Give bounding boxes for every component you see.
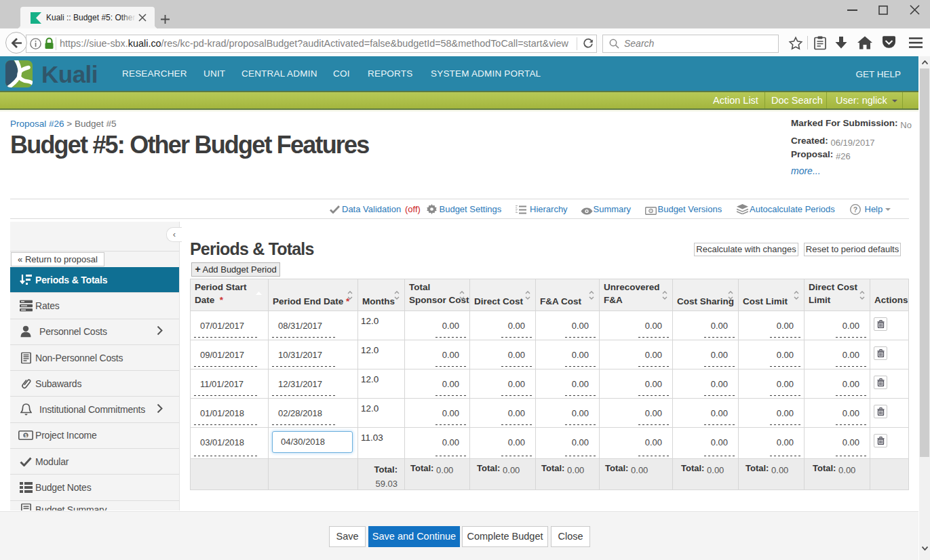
svg-text:?: ? <box>853 205 857 214</box>
